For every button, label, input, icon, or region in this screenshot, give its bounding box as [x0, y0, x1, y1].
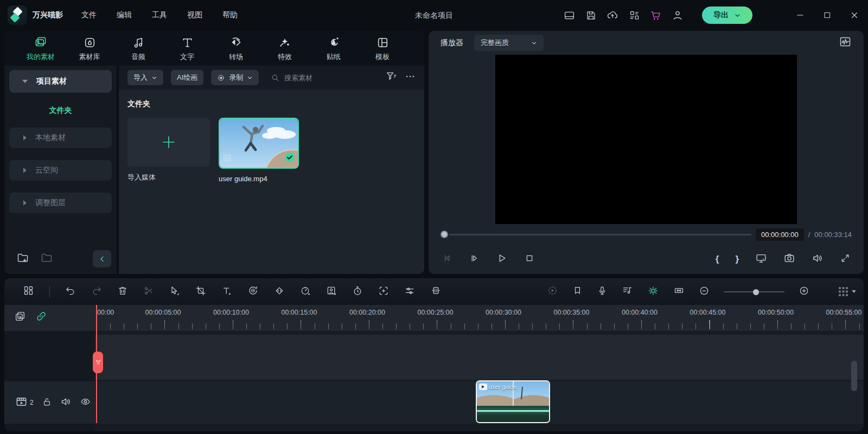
timeline: 00:00 00:00:05:00 00:00:10:00 00:00:15:0…: [4, 305, 864, 431]
timeline-ruler[interactable]: 00:00 00:00:05:00 00:00:10:00 00:00:15:0…: [4, 305, 864, 331]
stabilization-icon[interactable]: [430, 285, 442, 298]
menu-file[interactable]: 文件: [81, 10, 97, 20]
edit-range-icon[interactable]: [673, 285, 685, 298]
menu-view[interactable]: 视图: [187, 10, 202, 20]
audio-sync-icon[interactable]: [247, 285, 259, 298]
scopes-icon[interactable]: [839, 35, 852, 50]
text-tool-icon[interactable]: [221, 285, 232, 298]
sidebar-item-folder[interactable]: 文件夹: [4, 106, 117, 116]
export-button[interactable]: 导出: [702, 7, 752, 24]
select-tool-icon[interactable]: [169, 285, 180, 298]
speed-icon[interactable]: [300, 285, 311, 298]
tab-transitions[interactable]: 转场: [212, 35, 260, 62]
timeline-zoom-slider[interactable]: [724, 289, 784, 295]
track-mute-icon[interactable]: [60, 396, 72, 410]
tab-audio[interactable]: 音频: [114, 35, 163, 62]
sidebar-item-project-media[interactable]: 项目素材: [9, 70, 112, 93]
display-device-icon[interactable]: [755, 252, 767, 266]
menu-tools[interactable]: 工具: [152, 10, 167, 20]
sidebar-item-adjustment-layer[interactable]: 调整图层: [9, 193, 112, 213]
tab-templates[interactable]: 模板: [358, 35, 407, 62]
apps-grid-icon[interactable]: [628, 9, 640, 21]
add-to-track-icon[interactable]: [14, 310, 26, 324]
filter-icon[interactable]: [385, 71, 397, 85]
unlock-icon[interactable]: [42, 397, 52, 409]
smart-cutout-icon[interactable]: [326, 285, 337, 298]
audio-mixer-icon[interactable]: [622, 285, 633, 298]
playhead-split-badge[interactable]: [93, 352, 103, 373]
snapshot-camera-icon[interactable]: [783, 252, 795, 266]
marker-icon[interactable]: [572, 285, 583, 298]
delete-folder-icon[interactable]: [40, 251, 53, 266]
quality-dropdown[interactable]: 完整画质: [474, 35, 544, 51]
new-folder-icon[interactable]: [16, 251, 29, 266]
player-header: 播放器 完整画质: [429, 31, 864, 55]
auto-link-icon[interactable]: [35, 310, 47, 324]
play-icon[interactable]: [496, 252, 508, 266]
media-library-panel: 我的素材 素材库 音频 文字 转场 特效: [4, 31, 424, 274]
tab-my-media[interactable]: 我的素材: [16, 35, 65, 62]
track-visibility-icon[interactable]: [80, 396, 91, 410]
crop-icon[interactable]: [195, 285, 206, 298]
scrub-track[interactable]: [449, 234, 751, 235]
zoom-out-icon[interactable]: [699, 285, 710, 298]
timer-icon[interactable]: [352, 285, 363, 298]
sidebar-item-cloud-space[interactable]: 云空间: [9, 160, 112, 181]
search-input[interactable]: [284, 74, 366, 82]
timeline-clip-user-guide[interactable]: user guide: [476, 380, 550, 423]
zoom-slider-handle[interactable]: [753, 289, 759, 295]
playhead[interactable]: [96, 305, 97, 423]
split-scissors-icon[interactable]: [143, 285, 154, 298]
delete-icon[interactable]: [117, 285, 128, 298]
media-item-user-guide[interactable]: [219, 118, 299, 169]
menu-help[interactable]: 帮助: [222, 10, 238, 20]
cloud-upload-icon[interactable]: [607, 9, 618, 21]
voiceover-mic-icon[interactable]: [597, 285, 608, 298]
next-frame-icon[interactable]: [469, 253, 480, 266]
track-lane-1[interactable]: [95, 335, 864, 380]
track-manager-button[interactable]: [839, 287, 856, 296]
close-button[interactable]: [841, 0, 868, 30]
motion-track-icon[interactable]: [378, 285, 389, 298]
ai-paint-button[interactable]: AI绘画: [171, 70, 203, 85]
tab-stickers[interactable]: 贴纸: [309, 35, 358, 62]
previous-frame-icon[interactable]: [442, 253, 452, 266]
maximize-button[interactable]: [814, 0, 841, 30]
record-button[interactable]: 录制: [211, 70, 259, 85]
fullscreen-icon[interactable]: [840, 253, 851, 266]
menu-edit[interactable]: 编辑: [117, 10, 132, 20]
media-content: 文件夹 导入媒体: [119, 90, 424, 193]
redo-icon[interactable]: [91, 285, 102, 298]
cart-icon[interactable]: [650, 9, 662, 21]
video-screen[interactable]: [495, 55, 797, 224]
scrub-handle[interactable]: [441, 231, 448, 238]
minimize-button[interactable]: [787, 0, 814, 30]
sidebar-item-local-media[interactable]: 本地素材: [9, 127, 112, 148]
more-options-icon[interactable]: [405, 71, 416, 84]
keyframe-icon[interactable]: [274, 285, 285, 298]
ruler-label: 00:00:45:00: [690, 309, 725, 316]
ruler-scale[interactable]: 00:00 00:00:05:00 00:00:10:00 00:00:15:0…: [95, 305, 864, 331]
adjust-sliders-icon[interactable]: [404, 285, 415, 298]
collapse-sidebar-button[interactable]: [93, 250, 111, 267]
zoom-in-icon[interactable]: [799, 285, 809, 298]
timeline-vscrollbar[interactable]: [851, 361, 857, 391]
mark-in-icon[interactable]: {: [716, 254, 719, 265]
layout-panel-icon[interactable]: [563, 9, 575, 21]
save-icon[interactable]: [585, 9, 597, 21]
stop-icon[interactable]: [524, 253, 535, 266]
caret-down-icon: [22, 80, 28, 83]
tab-stock-media[interactable]: 素材库: [65, 35, 114, 62]
render-preview-icon[interactable]: [547, 285, 558, 298]
tab-label: 贴纸: [327, 52, 341, 62]
auto-ripple-icon[interactable]: [647, 285, 659, 299]
import-media-tile[interactable]: [127, 118, 210, 167]
import-button[interactable]: 导入: [127, 70, 163, 85]
workspace-layout-icon[interactable]: [23, 285, 34, 298]
tab-text[interactable]: 文字: [163, 35, 212, 62]
tab-effects[interactable]: 特效: [260, 35, 309, 62]
user-account-icon[interactable]: [672, 9, 684, 21]
mark-out-icon[interactable]: }: [735, 254, 739, 265]
volume-icon[interactable]: [812, 252, 824, 266]
undo-icon[interactable]: [65, 285, 76, 298]
